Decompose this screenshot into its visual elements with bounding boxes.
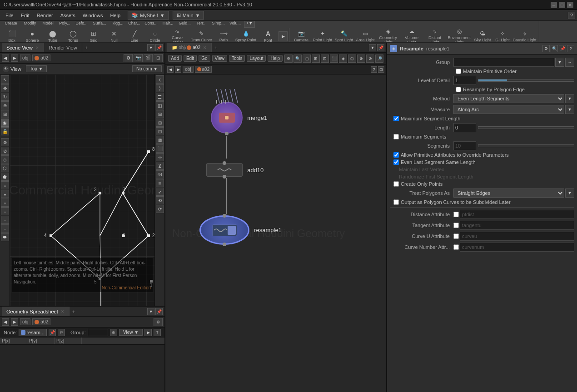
toolbar-guid[interactable]: Guid...: [177, 21, 193, 28]
menu-edit[interactable]: Edit: [17, 12, 33, 19]
vptool-9[interactable]: ⬩: [1, 207, 9, 215]
net-tool-7[interactable]: ◈: [339, 55, 347, 63]
prop-output-poly-cb[interactable]: [393, 199, 399, 205]
tool-spot-light[interactable]: 🔦 Spot Light: [333, 31, 354, 41]
tool-grid[interactable]: ⊞ Grid: [84, 31, 104, 41]
prop-maintain-prim-cb[interactable]: [456, 69, 461, 74]
workspace-selector[interactable]: ⊞ Main ▼: [173, 11, 204, 20]
net-tool-9[interactable]: ⊗: [357, 55, 365, 63]
net-add[interactable]: Add: [168, 55, 182, 62]
toolbar-poly[interactable]: Poly...: [57, 21, 73, 28]
network-pin[interactable]: 📌: [377, 44, 384, 51]
rptool-5[interactable]: ⊟: [156, 110, 164, 118]
network-tab-close[interactable]: ✕: [203, 45, 207, 50]
vptool-4[interactable]: ⬡: [1, 164, 9, 172]
node-add10[interactable]: add10: [206, 163, 264, 177]
tab-render-view[interactable]: Render View: [44, 43, 82, 52]
net-nav-obj[interactable]: obj: [183, 66, 193, 73]
rptool-15[interactable]: ⟲: [156, 196, 164, 204]
prop-length-input[interactable]: [453, 123, 476, 132]
viewport-cam-select[interactable]: No cam ▼: [132, 65, 162, 72]
close-button[interactable]: ✕: [567, 2, 573, 8]
node-resample1[interactable]: resample1: [199, 215, 282, 245]
prop-settings[interactable]: ⚙: [542, 45, 550, 52]
node-merge1[interactable]: merge1: [211, 102, 267, 134]
vptool-11[interactable]: ⬫: [1, 224, 9, 233]
tool-tube[interactable]: ⬤ Tube: [43, 31, 63, 41]
vptool-8[interactable]: ⬨: [1, 198, 9, 207]
tool-null[interactable]: ✕ Null: [104, 31, 124, 41]
tool-caustic-light[interactable]: ⟡ Caustic Light: [512, 31, 537, 41]
group-filter[interactable]: ⊘: [110, 329, 117, 336]
prop-tan-attr-cb[interactable]: [453, 223, 459, 228]
menu-help[interactable]: Help: [106, 12, 124, 19]
rptool-16[interactable]: ⟳: [156, 205, 164, 213]
prop-dist-attr-input[interactable]: [460, 210, 574, 219]
rptool-13[interactable]: ≡: [156, 179, 164, 187]
prop-create-only-cb[interactable]: [393, 181, 399, 187]
vptool-scale[interactable]: ⊕: [1, 101, 9, 109]
rptool-10[interactable]: ⊹: [156, 153, 164, 161]
net-tool-3[interactable]: ◻: [303, 55, 311, 63]
menu-assets[interactable]: Assets: [57, 12, 79, 19]
net-tool-1[interactable]: ⚙: [284, 55, 293, 63]
viewport-canvas[interactable]: Non-Commercial Houdini Geometry: [10, 74, 154, 306]
net-view[interactable]: View: [212, 55, 228, 62]
tool-area-light[interactable]: ▭ Area Light: [355, 31, 376, 41]
rptool-14[interactable]: ⤢: [156, 188, 164, 196]
menu-render[interactable]: Render: [33, 12, 57, 19]
node-selector[interactable]: resam...: [19, 329, 47, 336]
rptool-6[interactable]: ⊞: [156, 119, 164, 127]
vptool-snap[interactable]: 🔒: [1, 127, 9, 135]
geo-tab-menu[interactable]: ▼: [147, 308, 154, 315]
geo-nav-forward[interactable]: ▶: [11, 318, 18, 326]
prop-treat-poly-menu[interactable]: ▼: [565, 189, 574, 198]
net-tool-6[interactable]: ⬛: [330, 55, 338, 63]
rptool-1[interactable]: ⟨: [156, 75, 164, 84]
prop-group-input[interactable]: [453, 58, 554, 67]
prop-max-segs-cb[interactable]: [393, 134, 399, 139]
toolbar-terr[interactable]: Terr...: [194, 21, 209, 28]
tool-distant-light[interactable]: ☼ Distant Light: [423, 31, 446, 41]
toolbar-cons[interactable]: Cons...: [143, 21, 159, 28]
scene-path-obj[interactable]: obj: [20, 55, 30, 61]
vptool-transform[interactable]: ⊞: [1, 110, 9, 118]
rptool-2[interactable]: ⟩: [156, 84, 164, 92]
net-tool-5[interactable]: ⊡: [321, 55, 329, 63]
tool-camera[interactable]: 📷 Camera: [291, 31, 312, 41]
menu-file[interactable]: File: [2, 12, 17, 19]
group-input[interactable]: [88, 329, 108, 336]
tab-geo-spreadsheet[interactable]: Geometry Spreadsheet ✕: [2, 307, 70, 316]
prop-pin[interactable]: 📌: [559, 45, 566, 52]
scene-tab-close[interactable]: ✕: [35, 45, 39, 50]
prop-method-menu[interactable]: ▼: [565, 94, 574, 103]
network-tab-menu[interactable]: ▼: [369, 44, 376, 51]
vptool-select[interactable]: ↖: [1, 75, 9, 84]
prop-allow-prim-cb[interactable]: [393, 152, 399, 158]
vptool-12[interactable]: ⬬: [1, 233, 9, 241]
prop-max-seg-length-cb[interactable]: [393, 116, 399, 121]
node-flag[interactable]: ⚐: [58, 329, 65, 336]
tool-torus[interactable]: ◯ Torus: [63, 31, 83, 41]
net-edit[interactable]: Edit: [184, 55, 197, 62]
menu-windows[interactable]: Windows: [79, 12, 107, 19]
geo-nav-back[interactable]: ◀: [2, 318, 9, 326]
tool-sky-light[interactable]: 🌤 Sky Light: [472, 31, 493, 41]
prop-polygon-edge-cb[interactable]: [456, 87, 461, 92]
prop-method-select[interactable]: Even Length Segments By Density By Curva…: [453, 94, 564, 103]
geo-settings[interactable]: ⚙: [154, 318, 163, 326]
tool-path[interactable]: ⟿ Path: [214, 31, 234, 41]
vptool-3[interactable]: ◇: [1, 155, 9, 164]
prop-group-expand[interactable]: ▼: [555, 58, 564, 67]
vp-camera[interactable]: 📷: [134, 54, 143, 62]
rptool-7[interactable]: ⊡: [156, 127, 164, 135]
vptool-move[interactable]: ✥: [1, 84, 9, 92]
view-dropdown[interactable]: View ▼: [119, 329, 143, 336]
prop-segments-input[interactable]: [453, 141, 476, 150]
tool-curve-bezier[interactable]: ∿ Curve Bezier: [165, 31, 189, 41]
net-help[interactable]: Help: [268, 55, 283, 62]
tool-draw-curve[interactable]: ✎ Draw Curve: [189, 31, 213, 41]
geo-tab-close[interactable]: ✕: [61, 309, 65, 314]
tool-env-light[interactable]: ◎ Environment Light: [447, 31, 472, 41]
net-tool-10[interactable]: ⊘: [366, 55, 374, 63]
